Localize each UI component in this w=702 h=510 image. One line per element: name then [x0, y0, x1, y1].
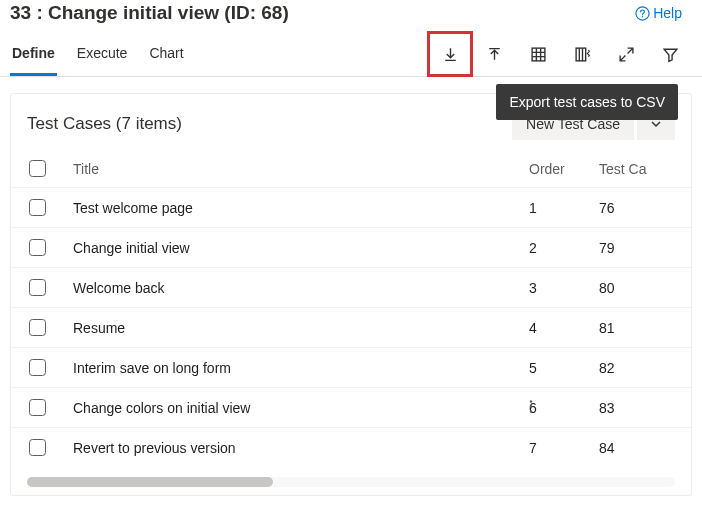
help-link[interactable]: Help — [635, 5, 682, 21]
cell-order: 3 — [529, 280, 599, 296]
filter-icon — [662, 46, 679, 63]
row-checkbox[interactable] — [29, 319, 46, 336]
cell-title: Change colors on initial view — [73, 400, 529, 416]
row-checkbox[interactable] — [29, 279, 46, 296]
cell-testcase: 80 — [599, 280, 675, 296]
cell-order: 6 — [529, 400, 599, 416]
row-checkbox[interactable] — [29, 399, 46, 416]
page-title: 33 : Change initial view (ID: 68) — [10, 2, 289, 24]
cell-order: 1 — [529, 200, 599, 216]
cell-order: 2 — [529, 240, 599, 256]
row-actions-button[interactable] — [523, 398, 539, 417]
svg-point-1 — [642, 16, 643, 17]
upload-icon — [486, 46, 503, 63]
row-checkbox[interactable] — [29, 359, 46, 376]
row-checkbox[interactable] — [29, 239, 46, 256]
horizontal-scrollbar[interactable] — [27, 477, 675, 487]
col-order[interactable]: Order — [529, 161, 599, 177]
cell-testcase: 79 — [599, 240, 675, 256]
table-row[interactable]: Test welcome page176 — [11, 187, 691, 227]
cell-testcase: 83 — [599, 400, 675, 416]
cell-order: 4 — [529, 320, 599, 336]
tab-chart[interactable]: Chart — [147, 33, 185, 76]
kebab-icon — [523, 398, 539, 414]
cell-testcase: 82 — [599, 360, 675, 376]
filter-button[interactable] — [648, 32, 692, 76]
svg-point-21 — [530, 410, 532, 412]
col-testcase[interactable]: Test Ca — [599, 161, 675, 177]
col-title[interactable]: Title — [73, 161, 529, 177]
download-icon — [442, 46, 459, 63]
table-row[interactable]: Resume481 — [11, 307, 691, 347]
cell-testcase: 84 — [599, 440, 675, 456]
help-label: Help — [653, 5, 682, 21]
svg-point-19 — [530, 400, 532, 402]
fullscreen-button[interactable] — [604, 32, 648, 76]
columns-icon — [574, 46, 591, 63]
cell-order: 7 — [529, 440, 599, 456]
export-csv-button[interactable] — [428, 32, 472, 76]
table-row[interactable]: Change initial view279 — [11, 227, 691, 267]
help-icon — [635, 6, 650, 21]
tab-execute[interactable]: Execute — [75, 33, 130, 76]
select-all-checkbox[interactable] — [29, 160, 46, 177]
row-checkbox[interactable] — [29, 199, 46, 216]
columns-button[interactable] — [560, 32, 604, 76]
cell-title: Welcome back — [73, 280, 529, 296]
table-row[interactable]: Revert to previous version784 — [11, 427, 691, 467]
import-button[interactable] — [472, 32, 516, 76]
cell-order: 5 — [529, 360, 599, 376]
test-cases-table: Title Order Test Ca Test welcome page176… — [11, 156, 691, 467]
export-tooltip: Export test cases to CSV — [496, 84, 678, 120]
cell-testcase: 81 — [599, 320, 675, 336]
scrollbar-thumb[interactable] — [27, 477, 273, 487]
cell-title: Revert to previous version — [73, 440, 529, 456]
table-row[interactable]: Change colors on initial view683 — [11, 387, 691, 427]
expand-icon — [618, 46, 635, 63]
cell-title: Interim save on long form — [73, 360, 529, 376]
row-checkbox[interactable] — [29, 439, 46, 456]
svg-rect-2 — [532, 48, 545, 61]
tab-define[interactable]: Define — [10, 33, 57, 76]
cell-title: Change initial view — [73, 240, 529, 256]
cell-title: Resume — [73, 320, 529, 336]
cell-testcase: 76 — [599, 200, 675, 216]
grid-icon — [530, 46, 547, 63]
test-cases-panel: Test Cases (7 items) New Test Case Title… — [10, 93, 692, 496]
svg-point-20 — [530, 405, 532, 407]
table-row[interactable]: Welcome back380 — [11, 267, 691, 307]
table-row[interactable]: Interim save on long form582 — [11, 347, 691, 387]
tabs: Define Execute Chart — [10, 33, 186, 76]
cell-title: Test welcome page — [73, 200, 529, 216]
svg-rect-3 — [576, 48, 586, 61]
panel-title: Test Cases (7 items) — [27, 114, 182, 134]
grid-button[interactable] — [516, 32, 560, 76]
